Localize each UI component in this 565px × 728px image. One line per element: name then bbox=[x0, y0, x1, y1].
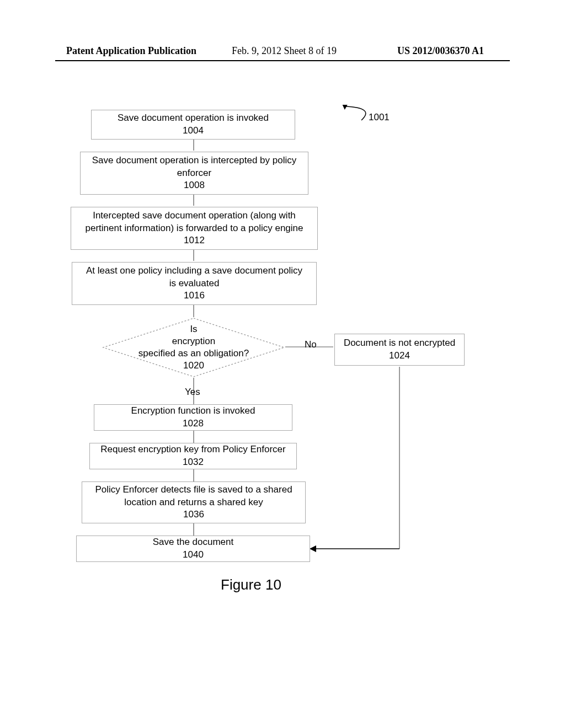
decision-text: Is bbox=[190, 323, 197, 335]
decision-1020: Is encryption specified as an obligation… bbox=[102, 317, 285, 378]
label-no: No bbox=[305, 339, 317, 350]
step-text: Encryption function is invoked bbox=[131, 405, 255, 417]
step-1032: Request encryption key from Policy Enfor… bbox=[89, 443, 297, 469]
step-1028: Encryption function is invoked 1028 bbox=[94, 404, 292, 431]
header-mid: Feb. 9, 2012 Sheet 8 of 19 bbox=[232, 45, 337, 57]
step-num: 1024 bbox=[389, 350, 410, 362]
step-text: Intercepted save document operation (alo… bbox=[93, 210, 296, 222]
page: Patent Application Publication Feb. 9, 2… bbox=[0, 0, 565, 728]
decision-text: specified as an obligation? bbox=[138, 347, 249, 360]
step-1004: Save document operation is invoked 1004 bbox=[91, 110, 295, 140]
label-yes: Yes bbox=[185, 387, 200, 398]
step-1012: Intercepted save document operation (alo… bbox=[71, 207, 318, 250]
step-num: 1028 bbox=[183, 417, 204, 430]
step-num: 1040 bbox=[183, 549, 204, 561]
step-text: Document is not encrypted bbox=[344, 337, 455, 350]
step-num: 1032 bbox=[183, 456, 204, 469]
step-text: location and returns a shared key bbox=[124, 496, 263, 509]
step-text: At least one policy including a save doc… bbox=[86, 265, 302, 277]
decision-text: encryption bbox=[172, 335, 215, 347]
step-num: 1008 bbox=[184, 179, 205, 192]
step-1008: Save document operation is intercepted b… bbox=[80, 152, 308, 195]
step-1016: At least one policy including a save doc… bbox=[72, 262, 317, 305]
step-1040: Save the document 1040 bbox=[76, 536, 310, 562]
ref-num-1001: 1001 bbox=[369, 112, 390, 123]
step-num: 1004 bbox=[183, 125, 204, 137]
step-text: pertinent information) is forwarded to a… bbox=[86, 222, 303, 235]
step-text: Save document operation is intercepted b… bbox=[92, 154, 296, 167]
step-num: 1036 bbox=[183, 508, 204, 521]
step-num: 1016 bbox=[184, 290, 205, 302]
step-text: Policy Enforcer detects file is saved to… bbox=[95, 484, 292, 496]
step-text: Save the document bbox=[153, 536, 233, 549]
step-text: enforcer bbox=[177, 167, 211, 180]
header-rule bbox=[55, 60, 510, 61]
step-text: is evaluated bbox=[169, 277, 220, 290]
decision-num: 1020 bbox=[183, 360, 204, 372]
flowchart: 1001 bbox=[0, 102, 565, 654]
step-1036: Policy Enforcer detects file is saved to… bbox=[82, 481, 306, 523]
step-1024: Document is not encrypted 1024 bbox=[334, 334, 465, 366]
step-text: Save document operation is invoked bbox=[118, 112, 269, 125]
header-right: US 2012/0036370 A1 bbox=[397, 45, 484, 57]
header-left: Patent Application Publication bbox=[66, 45, 196, 57]
step-text: Request encryption key from Policy Enfor… bbox=[100, 443, 285, 456]
figure-caption: Figure 10 bbox=[221, 576, 281, 593]
step-num: 1012 bbox=[184, 234, 205, 247]
